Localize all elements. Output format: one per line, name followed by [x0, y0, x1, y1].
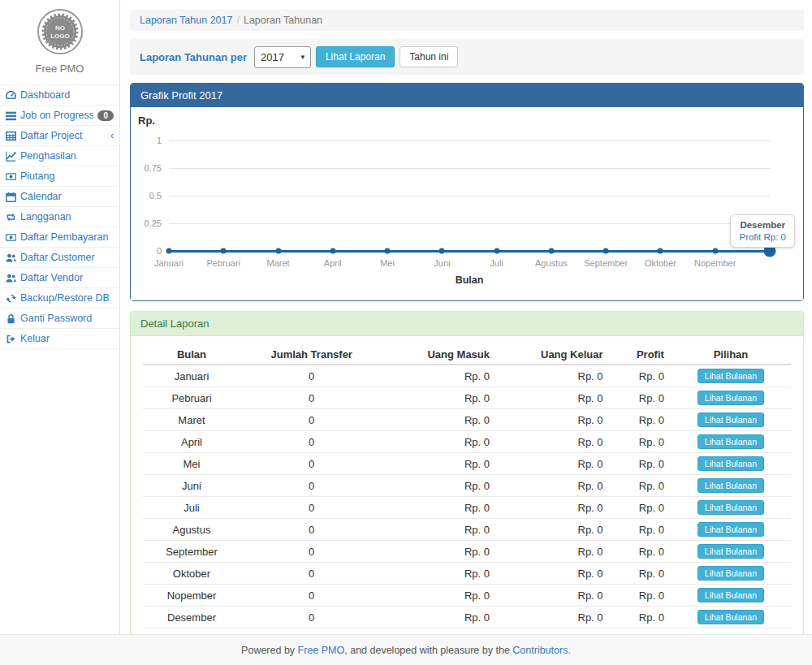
- cell-profit: Rp. 0: [610, 387, 671, 409]
- sidebar-item-keluar[interactable]: Keluar: [0, 328, 119, 349]
- cell-bulan: Desember: [143, 607, 240, 628]
- cell-uang-masuk: Rp. 0: [382, 607, 496, 628]
- sidebar-item-ganti-password[interactable]: Ganti Password: [0, 308, 119, 328]
- sidebar-item-daftar-customer[interactable]: Daftar Customer: [0, 247, 119, 267]
- sidebar-item-piutang[interactable]: Piutang: [0, 166, 119, 186]
- x-axis-tick-label: Nopember: [694, 258, 736, 268]
- table-row-juni: Juni0Rp. 0Rp. 0Rp. 0Lihat Bulanan: [143, 475, 791, 497]
- data-point-april[interactable]: [330, 248, 335, 254]
- gridline: [169, 168, 770, 169]
- data-point-september[interactable]: [603, 248, 609, 254]
- data-point-mei[interactable]: [385, 248, 391, 254]
- data-point-nopember[interactable]: [712, 248, 718, 254]
- sidebar-item-penghasilan[interactable]: Penghasilan: [0, 145, 119, 166]
- lihat-bulanan-button-oktober[interactable]: Lihat Bulanan: [698, 566, 764, 581]
- sidebar-item-backup-restore-db[interactable]: Backup/Restore DB: [0, 287, 119, 308]
- cell-jumlah-transfer: 0: [240, 475, 383, 497]
- lock-icon: [6, 313, 16, 324]
- cell-pilihan: Lihat Bulanan: [671, 387, 791, 409]
- sidebar-item-label: Ganti Password: [20, 313, 114, 324]
- data-point-agustus[interactable]: [548, 248, 554, 254]
- users-icon: [6, 273, 16, 283]
- data-point-januari[interactable]: [166, 248, 172, 254]
- sidebar: NO LOGO Free PMO DashboardJob on Progres…: [0, 0, 120, 635]
- lihat-bulanan-button-nopember[interactable]: Lihat Bulanan: [698, 588, 764, 602]
- sidebar-item-dashboard[interactable]: Dashboard: [0, 84, 119, 105]
- lihat-bulanan-button-juli[interactable]: Lihat Bulanan: [698, 500, 764, 515]
- gridline: [169, 140, 770, 141]
- sidebar-item-label: Keluar: [20, 333, 114, 344]
- sidebar-item-label: Penghasilan: [20, 150, 114, 162]
- sidebar-item-daftar-vendor[interactable]: Daftar Vendor: [0, 267, 119, 287]
- year-select[interactable]: 2017 ▾: [254, 46, 311, 68]
- data-point-juni[interactable]: [439, 248, 445, 254]
- table-row-september: September0Rp. 0Rp. 0Rp. 0Lihat Bulanan: [143, 541, 791, 563]
- cell-uang-keluar: Rp. 0: [496, 387, 610, 409]
- column-header-uang-masuk: Uang Masuk: [382, 344, 496, 365]
- cell-jumlah-transfer: 0: [240, 453, 383, 475]
- lihat-bulanan-button-juni[interactable]: Lihat Bulanan: [698, 478, 764, 493]
- cell-pilihan: Lihat Bulanan: [671, 453, 791, 475]
- cell-profit: Rp. 0: [610, 563, 671, 585]
- sidebar-item-job-on-progress[interactable]: Job on Progress0: [0, 105, 119, 125]
- cell-profit: Rp. 0: [610, 431, 671, 453]
- data-point-pebruari[interactable]: [221, 248, 227, 254]
- table-row-pebruari: Pebruari0Rp. 0Rp. 0Rp. 0Lihat Bulanan: [143, 387, 791, 409]
- footer-link-contributors[interactable]: Contributors.: [512, 645, 571, 656]
- cell-jumlah-transfer: 0: [240, 541, 383, 563]
- sidebar-item-daftar-pembayaran[interactable]: Daftar Pembayaran: [0, 227, 119, 247]
- column-header-profit: Profit: [610, 344, 671, 365]
- lihat-bulanan-button-september[interactable]: Lihat Bulanan: [698, 544, 764, 559]
- lihat-bulanan-button-januari[interactable]: Lihat Bulanan: [698, 369, 764, 383]
- lihat-bulanan-button-pebruari[interactable]: Lihat Bulanan: [698, 391, 764, 405]
- cell-uang-masuk: Rp. 0: [382, 387, 496, 409]
- column-header-jumlah-transfer: Jumlah Transfer: [240, 344, 383, 365]
- sidebar-item-label: Piutang: [20, 171, 114, 182]
- lihat-bulanan-button-desember[interactable]: Lihat Bulanan: [698, 610, 764, 624]
- profit-series-line: [169, 250, 770, 253]
- profit-chart-panel-title: Grafik Profit 2017: [131, 84, 803, 107]
- data-point-oktober[interactable]: [658, 248, 663, 254]
- cell-bulan: Januari: [143, 365, 240, 387]
- column-header-bulan: Bulan: [143, 344, 240, 365]
- table-row-nopember: Nopember0Rp. 0Rp. 0Rp. 0Lihat Bulanan: [143, 585, 791, 607]
- cell-bulan: Pebruari: [143, 387, 240, 409]
- cell-pilihan: Lihat Bulanan: [671, 497, 791, 519]
- lihat-bulanan-button-april[interactable]: Lihat Bulanan: [698, 434, 764, 449]
- logo-box: NO LOGO Free PMO: [0, 0, 119, 78]
- data-point-maret[interactable]: [275, 248, 281, 254]
- sidebar-item-daftar-project[interactable]: Daftar Project‹: [0, 125, 119, 145]
- cell-profit: Rp. 0: [610, 541, 671, 563]
- sidebar-item-calendar[interactable]: Calendar: [0, 186, 119, 206]
- chart-y-axis-title: Rp.: [138, 114, 155, 127]
- x-axis-tick-label: September: [584, 258, 628, 268]
- breadcrumb-link-laporan-tahun[interactable]: Laporan Tahun 2017: [140, 15, 232, 26]
- footer-link-free-pmo[interactable]: Free PMO: [298, 645, 345, 656]
- lihat-bulanan-button-agustus[interactable]: Lihat Bulanan: [698, 522, 764, 537]
- sidebar-menu: DashboardJob on Progress0Daftar Project‹…: [0, 84, 119, 349]
- cell-uang-keluar: Rp. 0: [496, 431, 610, 453]
- sidebar-item-label: Daftar Project: [20, 130, 106, 141]
- cell-uang-keluar: Rp. 0: [496, 519, 610, 541]
- cell-jumlah-transfer: 0: [240, 387, 383, 409]
- tahun-ini-button[interactable]: Tahun ini: [400, 46, 458, 67]
- lihat-bulanan-button-mei[interactable]: Lihat Bulanan: [698, 456, 764, 471]
- table-row-mei: Mei0Rp. 0Rp. 0Rp. 0Lihat Bulanan: [143, 453, 791, 475]
- lihat-laporan-button[interactable]: Lihat Laporan: [316, 46, 395, 67]
- cell-bulan: Nopember: [143, 585, 240, 607]
- cell-bulan: Maret: [143, 409, 240, 431]
- lihat-bulanan-button-maret[interactable]: Lihat Bulanan: [698, 412, 764, 427]
- x-axis-tick-label: Juni: [434, 258, 450, 268]
- svg-text:LOGO: LOGO: [50, 32, 70, 40]
- x-axis-tick-label: Maret: [266, 258, 289, 268]
- data-point-juli[interactable]: [494, 248, 499, 254]
- cell-jumlah-transfer: 0: [240, 607, 383, 628]
- no-logo-seal-icon: NO LOGO: [37, 8, 84, 55]
- cell-uang-keluar: Rp. 0: [496, 475, 610, 497]
- money-icon: [6, 171, 16, 182]
- cell-uang-keluar: Rp. 0: [496, 365, 610, 387]
- refresh-icon: [6, 293, 16, 304]
- cell-uang-masuk: Rp. 0: [382, 431, 496, 453]
- cell-bulan: Juli: [143, 497, 240, 519]
- sidebar-item-langganan[interactable]: Langganan: [0, 206, 119, 227]
